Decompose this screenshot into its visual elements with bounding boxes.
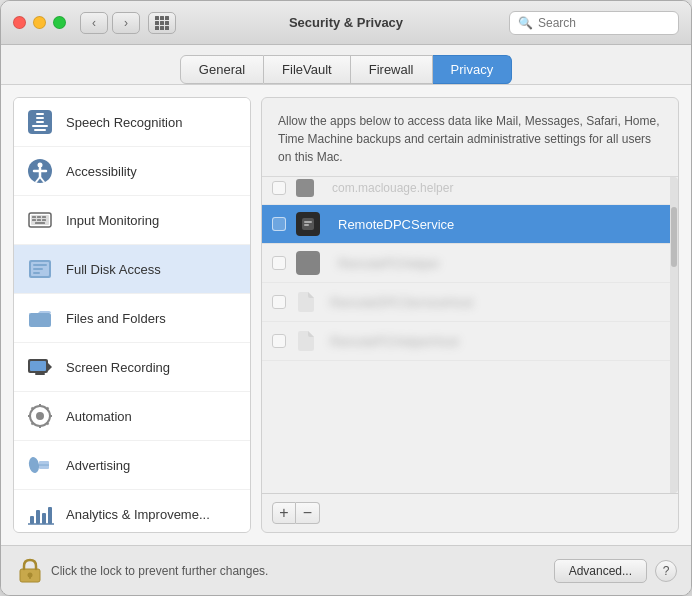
svg-point-41 — [28, 456, 41, 473]
sidebar-label-advertising: Advertising — [66, 458, 130, 473]
tab-privacy[interactable]: Privacy — [433, 55, 513, 84]
sidebar-item-advertising[interactable]: Advertising — [14, 441, 250, 490]
titlebar: ‹ › Security & Privacy 🔍 — [1, 1, 691, 45]
window-title: Security & Privacy — [289, 15, 403, 30]
files-and-folders-icon — [24, 302, 56, 334]
advanced-button[interactable]: Advanced... — [554, 559, 647, 583]
svg-rect-28 — [30, 361, 46, 371]
tabs-bar: General FileVault Firewall Privacy — [1, 45, 691, 85]
list-item: com.maclouage.helper — [262, 177, 670, 205]
checkbox-top[interactable] — [272, 181, 286, 195]
bottom-right-controls: Advanced... ? — [554, 559, 677, 583]
svg-rect-23 — [33, 264, 47, 266]
svg-rect-18 — [37, 219, 41, 221]
scrollbar-thumb[interactable] — [671, 207, 677, 267]
svg-rect-1 — [36, 113, 44, 115]
svg-point-32 — [36, 412, 44, 420]
search-input[interactable] — [538, 16, 670, 30]
svg-rect-47 — [48, 507, 52, 524]
full-disk-access-icon — [24, 253, 56, 285]
list-item-remote-dpc-host: RemoteDPCServiceHost — [262, 283, 670, 322]
main-content: Speech Recognition Accessibility — [1, 85, 691, 545]
svg-rect-14 — [32, 216, 36, 218]
nav-buttons: ‹ › — [80, 12, 140, 34]
tab-filevault[interactable]: FileVault — [264, 55, 351, 84]
tab-firewall[interactable]: Firewall — [351, 55, 433, 84]
sidebar-label-automation: Automation — [66, 409, 132, 424]
list-item-pc-helper-host: RemotePCHelperHost — [262, 322, 670, 361]
help-button[interactable]: ? — [655, 560, 677, 582]
lock-button[interactable] — [15, 554, 45, 588]
maximize-button[interactable] — [53, 16, 66, 29]
list-item-remote-pc-helper: RemotePCHelper — [262, 244, 670, 283]
search-bar[interactable]: 🔍 — [509, 11, 679, 35]
item-label-remote-dpc: RemoteDPCService — [338, 217, 454, 232]
svg-rect-26 — [29, 313, 51, 327]
input-monitoring-icon — [24, 204, 56, 236]
tab-general[interactable]: General — [180, 55, 264, 84]
sidebar-item-accessibility[interactable]: Accessibility — [14, 147, 250, 196]
svg-rect-4 — [32, 125, 48, 127]
checkbox-remote-dpc[interactable] — [272, 217, 286, 231]
sidebar-label-analytics: Analytics & Improveme... — [66, 507, 210, 522]
sidebar-label-full-disk-access: Full Disk Access — [66, 262, 161, 277]
checkbox-dpc-host[interactable] — [272, 295, 286, 309]
remove-button[interactable]: − — [296, 502, 320, 524]
automation-icon — [24, 400, 56, 432]
grid-icon — [155, 16, 169, 30]
description-area: Allow the apps below to access data like… — [262, 98, 678, 177]
list-toolbar: + − — [262, 493, 678, 532]
items-list: com.maclouage.helper RemoteDPCService — [262, 177, 670, 493]
svg-marker-29 — [48, 363, 52, 371]
svg-rect-16 — [42, 216, 46, 218]
sidebar-label-accessibility: Accessibility — [66, 164, 137, 179]
back-button[interactable]: ‹ — [80, 12, 108, 34]
sidebar-label-speech: Speech Recognition — [66, 115, 182, 130]
checkbox-pc-helper[interactable] — [272, 256, 286, 270]
svg-rect-44 — [30, 516, 34, 524]
accessibility-icon — [24, 155, 56, 187]
minimize-button[interactable] — [33, 16, 46, 29]
sidebar-item-speech-recognition[interactable]: Speech Recognition — [14, 98, 250, 147]
sidebar-label-screen-recording: Screen Recording — [66, 360, 170, 375]
sidebar: Speech Recognition Accessibility — [13, 97, 251, 533]
analytics-icon — [24, 498, 56, 530]
svg-rect-51 — [304, 224, 309, 226]
item-label: com.maclouage.helper — [332, 181, 453, 195]
traffic-lights — [13, 16, 66, 29]
item-label-pc-helper-host: RemotePCHelperHost — [330, 334, 459, 349]
lock-text: Click the lock to prevent further change… — [51, 564, 268, 578]
description-text: Allow the apps below to access data like… — [278, 114, 660, 164]
sidebar-item-files-and-folders[interactable]: Files and Folders — [14, 294, 250, 343]
svg-rect-17 — [32, 219, 36, 221]
screen-recording-icon — [24, 351, 56, 383]
app-icon-remote-dpc — [296, 212, 320, 236]
close-button[interactable] — [13, 16, 26, 29]
svg-rect-45 — [36, 510, 40, 524]
grid-button[interactable] — [148, 12, 176, 34]
app-icon — [296, 179, 314, 197]
item-label-pc-helper: RemotePCHelper — [338, 256, 440, 271]
sidebar-item-automation[interactable]: Automation — [14, 392, 250, 441]
add-button[interactable]: + — [272, 502, 296, 524]
sidebar-item-screen-recording[interactable]: Screen Recording — [14, 343, 250, 392]
sidebar-label-input-monitoring: Input Monitoring — [66, 213, 159, 228]
svg-rect-46 — [42, 513, 46, 524]
advertising-icon — [24, 449, 56, 481]
svg-rect-3 — [36, 121, 44, 123]
sidebar-item-input-monitoring[interactable]: Input Monitoring — [14, 196, 250, 245]
lock-icon — [19, 558, 41, 584]
list-item-remote-dpc[interactable]: RemoteDPCService — [262, 205, 670, 244]
checkbox-pc-helper-host[interactable] — [272, 334, 286, 348]
items-list-container: com.maclouage.helper RemoteDPCService — [262, 177, 678, 493]
app-icon-pc-helper — [296, 251, 320, 275]
sidebar-item-analytics[interactable]: Analytics & Improveme... — [14, 490, 250, 533]
sidebar-label-files-and-folders: Files and Folders — [66, 311, 166, 326]
search-icon: 🔍 — [518, 16, 533, 30]
svg-rect-30 — [35, 373, 45, 375]
forward-button[interactable]: › — [112, 12, 140, 34]
scrollbar[interactable] — [670, 177, 678, 493]
sidebar-item-full-disk-access[interactable]: Full Disk Access — [14, 245, 250, 294]
svg-rect-15 — [37, 216, 41, 218]
speech-icon — [24, 106, 56, 138]
